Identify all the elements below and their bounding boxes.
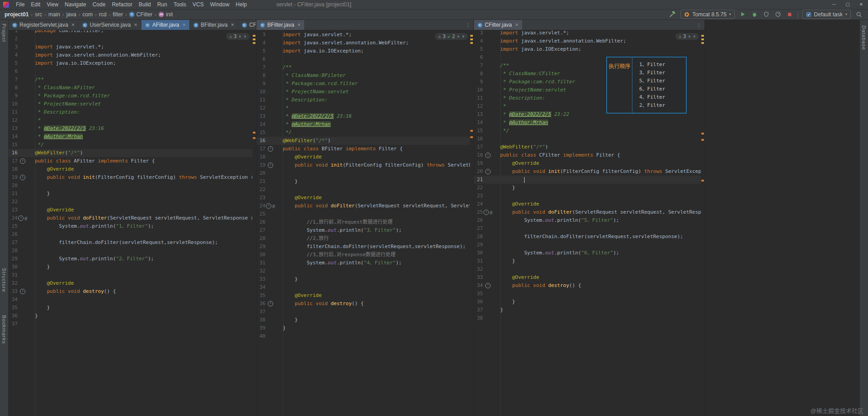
code-line[interactable]: 35 bbox=[474, 290, 701, 298]
fold-column[interactable] bbox=[28, 222, 35, 230]
code-line[interactable]: 22 bbox=[256, 186, 470, 194]
fold-column[interactable] bbox=[493, 257, 500, 265]
fold-column[interactable] bbox=[28, 173, 35, 182]
menu-edit[interactable]: Edit bbox=[28, 0, 43, 9]
fold-column[interactable] bbox=[28, 263, 35, 271]
fold-column[interactable] bbox=[493, 143, 500, 151]
code-line[interactable]: 22 } bbox=[474, 184, 701, 192]
implements-marker-icon[interactable]: ↑ bbox=[268, 146, 273, 152]
fold-column[interactable] bbox=[275, 55, 283, 63]
fold-column[interactable] bbox=[28, 133, 35, 141]
fold-column[interactable] bbox=[493, 265, 500, 273]
code-line[interactable]: 25 System.out.println("1、Filter"); bbox=[9, 222, 252, 230]
fold-column[interactable] bbox=[493, 151, 500, 159]
tab-BFilter.java[interactable]: CBFilter.java✕ bbox=[256, 20, 305, 30]
code-line[interactable]: 15 */ bbox=[9, 141, 252, 149]
line-number[interactable]: 37 bbox=[256, 308, 265, 316]
annotation-gutter-icon[interactable]: @ bbox=[272, 202, 275, 210]
fold-column[interactable] bbox=[493, 167, 500, 176]
line-number[interactable]: 23 bbox=[9, 206, 18, 214]
line-number[interactable]: 15 bbox=[9, 141, 18, 149]
line-number[interactable]: 35 bbox=[9, 304, 18, 312]
line-number[interactable]: 4 bbox=[474, 37, 483, 45]
menu-window[interactable]: Window bbox=[207, 0, 233, 9]
fold-column[interactable] bbox=[28, 296, 35, 304]
fold-column[interactable] bbox=[275, 161, 283, 169]
code-line[interactable]: 19↑ public void init(FilterConfig filter… bbox=[9, 173, 252, 182]
menu-file[interactable]: File bbox=[13, 0, 28, 9]
fold-column[interactable] bbox=[28, 30, 35, 35]
line-number[interactable]: 17 bbox=[256, 145, 265, 153]
fold-column[interactable] bbox=[28, 100, 35, 108]
fold-column[interactable] bbox=[28, 214, 35, 222]
line-number[interactable]: 11 bbox=[256, 96, 265, 104]
code-line[interactable]: 12 * bbox=[256, 104, 470, 112]
fold-column[interactable] bbox=[28, 206, 35, 214]
code-line[interactable]: 27 filterChain.doFilter(servletRequest,s… bbox=[9, 239, 252, 247]
code-line[interactable]: 6 bbox=[256, 55, 470, 63]
close-icon[interactable]: ✕ bbox=[71, 23, 75, 27]
line-number[interactable]: 7 bbox=[256, 63, 265, 72]
code-line[interactable]: 31 System.out.println("4、Filter"); bbox=[256, 259, 470, 267]
line-number[interactable]: 3 bbox=[474, 30, 483, 37]
code-line[interactable]: 4import javax.servlet.annotation.WebFilt… bbox=[9, 51, 252, 59]
tab-UserService.java[interactable]: CUserService.java✕ bbox=[79, 20, 141, 30]
fold-column[interactable] bbox=[493, 86, 500, 94]
line-number[interactable]: 20 bbox=[474, 167, 483, 176]
fold-column[interactable] bbox=[493, 127, 500, 135]
code-line[interactable]: 6 bbox=[9, 67, 252, 76]
code-line[interactable]: 7/** bbox=[256, 63, 470, 72]
fold-column[interactable] bbox=[493, 119, 500, 127]
next-highlight-icon[interactable]: ∨ bbox=[693, 34, 696, 38]
fold-column[interactable] bbox=[275, 96, 283, 104]
fold-column[interactable] bbox=[493, 200, 500, 208]
code-line[interactable]: 21 } bbox=[9, 190, 252, 198]
code-line[interactable]: 39} bbox=[256, 324, 470, 332]
code-line[interactable]: 30 System.out.println("6、Filter"); bbox=[474, 249, 701, 257]
line-number[interactable]: 26 bbox=[9, 230, 18, 239]
code-line[interactable]: 4import javax.servlet.annotation.WebFilt… bbox=[474, 37, 701, 45]
code-line[interactable]: 40 bbox=[256, 332, 470, 340]
code-line[interactable]: 10 * ProjectName:servlet bbox=[256, 88, 470, 96]
code-line[interactable]: 26 System.out.println("5、Filter"); bbox=[474, 216, 701, 225]
fold-column[interactable] bbox=[28, 124, 35, 133]
next-highlight-icon[interactable]: ∨ bbox=[462, 34, 465, 38]
code-line[interactable]: 5import java.io.IOException; bbox=[474, 45, 701, 53]
line-number[interactable]: 18 bbox=[9, 165, 18, 173]
fold-column[interactable] bbox=[275, 145, 283, 153]
code-line[interactable]: 9 * Package:com.rcd.filter bbox=[9, 92, 252, 100]
code-line[interactable]: 16@WebFilter("/*") bbox=[256, 137, 470, 145]
code-line[interactable]: 21 } bbox=[256, 177, 470, 186]
fold-column[interactable] bbox=[493, 192, 500, 200]
tab-BFilter.java[interactable]: CBFilter.java✕ bbox=[190, 20, 238, 30]
code-line[interactable]: 3import javax.servlet.*; bbox=[9, 43, 252, 51]
code-line[interactable]: 25↑@ public void doFilter(ServletRequest… bbox=[474, 208, 701, 216]
line-number[interactable]: 19 bbox=[9, 173, 18, 182]
code-line[interactable]: 13 * @Date:2022/2/5 23:16 bbox=[9, 124, 252, 133]
fold-column[interactable] bbox=[275, 316, 283, 324]
profiler-icon[interactable] bbox=[774, 10, 782, 18]
tool-button-bookmarks[interactable]: Bookmarks bbox=[1, 315, 7, 344]
line-number[interactable]: 25 bbox=[256, 210, 265, 218]
fold-column[interactable] bbox=[275, 259, 283, 267]
fold-column[interactable] bbox=[493, 216, 500, 225]
line-number[interactable]: 21 bbox=[256, 177, 265, 186]
fold-column[interactable] bbox=[493, 45, 500, 53]
line-number[interactable]: 32 bbox=[256, 267, 265, 275]
line-number[interactable]: 29 bbox=[256, 243, 265, 251]
code-line[interactable]: 11 * Description: bbox=[256, 96, 470, 104]
tab-RegisterServlet.java[interactable]: CRegisterServlet.java✕ bbox=[9, 20, 79, 30]
code-line[interactable]: 19↑ public void init(FilterConfig filter… bbox=[256, 161, 470, 169]
fold-column[interactable] bbox=[275, 63, 283, 72]
code-line[interactable]: 26 bbox=[9, 230, 252, 239]
run-configuration-select[interactable]: Tomcat 8.5.75 ▾ bbox=[680, 10, 734, 19]
fold-column[interactable] bbox=[493, 102, 500, 110]
next-highlight-icon[interactable]: ∨ bbox=[243, 34, 246, 38]
line-number[interactable]: 4 bbox=[9, 51, 18, 59]
fold-column[interactable] bbox=[28, 116, 35, 124]
breadcrumb-item-init[interactable]: minit bbox=[158, 11, 174, 18]
fold-column[interactable] bbox=[28, 287, 35, 296]
line-number[interactable]: 31 bbox=[256, 259, 265, 267]
code-line[interactable]: 36 } bbox=[474, 298, 701, 306]
line-number[interactable]: 6 bbox=[9, 67, 18, 76]
